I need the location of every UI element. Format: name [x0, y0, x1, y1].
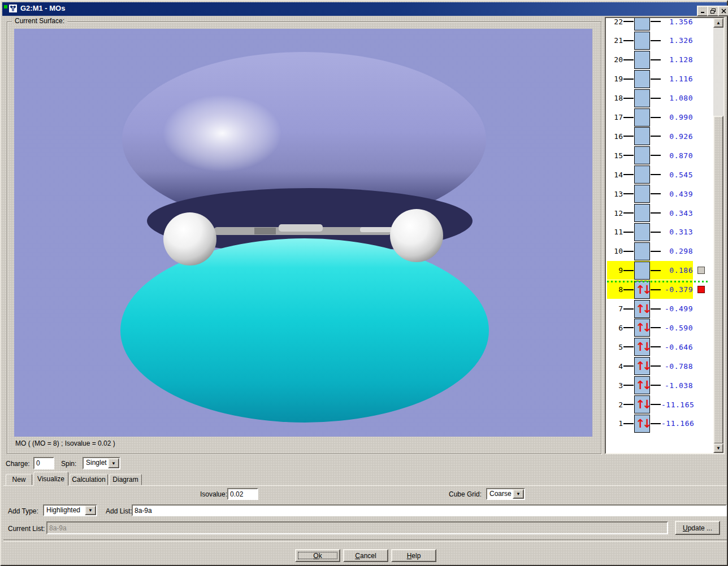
scroll-up-button[interactable]: ▲ — [713, 18, 723, 28]
mo-orbital-box[interactable]: ↑↓ — [634, 281, 650, 299]
help-button[interactable]: Help — [391, 549, 436, 562]
mo-row-19[interactable]: 191.116 — [607, 69, 693, 88]
cube-grid-select[interactable]: Coarse ▼ — [486, 488, 525, 500]
mo-orbital-box[interactable] — [634, 89, 650, 107]
mo-number: 20 — [607, 55, 623, 64]
scrollbar-track[interactable] — [713, 28, 723, 443]
mo-orbital-box[interactable]: ↑↓ — [634, 415, 650, 433]
mo-orbital-box[interactable] — [634, 242, 650, 260]
mo-orbital-box[interactable]: ↑↓ — [634, 395, 650, 413]
cancel-button[interactable]: Cancel — [343, 549, 388, 562]
mo-row-18[interactable]: 181.080 — [607, 89, 693, 107]
mo-orbital-box[interactable]: ↑↓ — [634, 319, 650, 337]
tab-visualize[interactable]: Visualize — [33, 472, 68, 486]
mo-orbital-box[interactable]: ↑↓ — [634, 300, 650, 318]
mo-energy-value: 1.116 — [661, 75, 693, 83]
mo-row-21[interactable]: 211.326 — [607, 31, 693, 50]
mo-orbital-box[interactable] — [634, 108, 650, 127]
tab-diagram[interactable]: Diagram — [109, 474, 142, 485]
mo-orbital-box[interactable] — [634, 185, 650, 203]
mo-connector-line — [651, 174, 661, 175]
mo-number: 21 — [607, 36, 623, 45]
mo-row-14[interactable]: 140.545 — [607, 166, 693, 184]
mo-connector-line — [651, 212, 661, 214]
tab-new[interactable]: New — [6, 474, 32, 485]
mo-connector-line — [651, 193, 661, 194]
mo-number: 17 — [607, 113, 623, 121]
spin-dropdown-button[interactable]: ▼ — [108, 458, 119, 468]
mo-orbital-box[interactable]: ↑↓ — [634, 376, 650, 394]
restore-button[interactable] — [707, 6, 719, 16]
mo-row-22[interactable]: 221.356 — [607, 17, 693, 31]
scrollbar-thumb[interactable] — [713, 116, 723, 444]
close-icon — [721, 8, 726, 14]
mo-row-7[interactable]: 7↑↓-0.499 — [607, 299, 693, 318]
mo-row-2[interactable]: 2↑↓-11.165 — [607, 395, 693, 414]
mo-orbital-box[interactable] — [634, 262, 650, 280]
close-button[interactable] — [718, 6, 728, 16]
chevron-down-icon: ▼ — [516, 491, 521, 497]
ok-button[interactable]: Ok — [295, 549, 340, 562]
cancel-button-label: Cancel — [355, 552, 376, 560]
add-type-dropdown-button[interactable]: ▼ — [85, 506, 96, 515]
update-button[interactable]: Update ... — [675, 521, 720, 535]
mo-row-15[interactable]: 150.870 — [607, 146, 693, 165]
cube-grid-dropdown-button[interactable]: ▼ — [513, 489, 524, 499]
mo-number: 9 — [607, 266, 623, 275]
ok-button-label: Ok — [313, 552, 322, 560]
homo-lumo-divider — [607, 281, 710, 282]
scroll-down-button[interactable]: ▼ — [713, 443, 723, 453]
mo-row-5[interactable]: 5↑↓-0.646 — [607, 338, 693, 356]
isovalue-input[interactable] — [227, 488, 258, 500]
mo-connector-line — [651, 365, 661, 367]
mo-row-11[interactable]: 110.313 — [607, 223, 693, 241]
mo-orbital-box[interactable] — [634, 223, 650, 241]
restore-icon — [710, 8, 716, 14]
mo-connector-line — [651, 40, 661, 41]
mo-row-4[interactable]: 4↑↓-0.788 — [607, 357, 693, 376]
mo-number: 13 — [607, 190, 623, 198]
mo-row-20[interactable]: 201.128 — [607, 50, 693, 69]
mo-orbital-box[interactable] — [634, 127, 650, 145]
mo-orbital-box[interactable] — [634, 17, 650, 31]
mo-row-17[interactable]: 170.990 — [607, 108, 693, 127]
title-bar[interactable]: G2:M1 - MOs — [2, 2, 727, 16]
mo-row-13[interactable]: 130.439 — [607, 185, 693, 203]
mo-row-10[interactable]: 100.298 — [607, 242, 693, 260]
mo-orbital-box[interactable] — [634, 204, 650, 222]
current-list-field — [46, 521, 668, 534]
mo-orbital-box[interactable]: ↑↓ — [634, 357, 650, 375]
mo-row-8[interactable]: 8↑↓-0.379 — [607, 280, 693, 299]
mo-orbital-box[interactable] — [634, 32, 650, 50]
mo-energy-value: 0.186 — [661, 266, 693, 275]
mo-orbital-box[interactable] — [634, 166, 650, 184]
mo-energy-value: 1.080 — [661, 94, 693, 102]
mo-row-12[interactable]: 120.343 — [607, 204, 693, 223]
tab-diagram-label: Diagram — [112, 476, 138, 484]
mo-connector-line — [651, 136, 661, 137]
mo-row-16[interactable]: 160.926 — [607, 127, 693, 146]
mo-connector-line — [623, 155, 634, 156]
mo-row-3[interactable]: 3↑↓-1.038 — [607, 376, 693, 395]
mo-orbital-box[interactable] — [634, 51, 650, 69]
mo-connector-line — [651, 251, 661, 252]
add-list-input[interactable] — [132, 504, 727, 516]
mo-number: 5 — [607, 343, 623, 351]
mo-orbital-box[interactable]: ↑↓ — [634, 338, 650, 356]
spin-select[interactable]: Singlet ▼ — [83, 457, 120, 469]
mo-orbital-box[interactable] — [634, 146, 650, 164]
charge-label: Charge: — [6, 460, 30, 468]
mo-connector-line — [623, 212, 634, 214]
mo-energy-list: 221.356211.326201.128191.116181.080170.9… — [605, 17, 725, 454]
mo-number: 15 — [607, 151, 623, 160]
mo-row-6[interactable]: 6↑↓-0.590 — [607, 319, 693, 337]
molecule-3d-viewport[interactable] — [14, 29, 592, 437]
mo-row-1[interactable]: 1↑↓-11.166 — [607, 414, 693, 433]
spin-up-arrow-icon: ↑ — [635, 378, 642, 393]
mo-orbital-box[interactable] — [634, 70, 650, 88]
mo-energy-value: -11.165 — [661, 400, 693, 409]
charge-input[interactable] — [33, 457, 54, 469]
mo-row-9[interactable]: 90.186 — [607, 261, 693, 280]
tab-calculation[interactable]: Calculation — [70, 474, 108, 485]
add-type-select[interactable]: Highlighted ▼ — [43, 504, 97, 516]
